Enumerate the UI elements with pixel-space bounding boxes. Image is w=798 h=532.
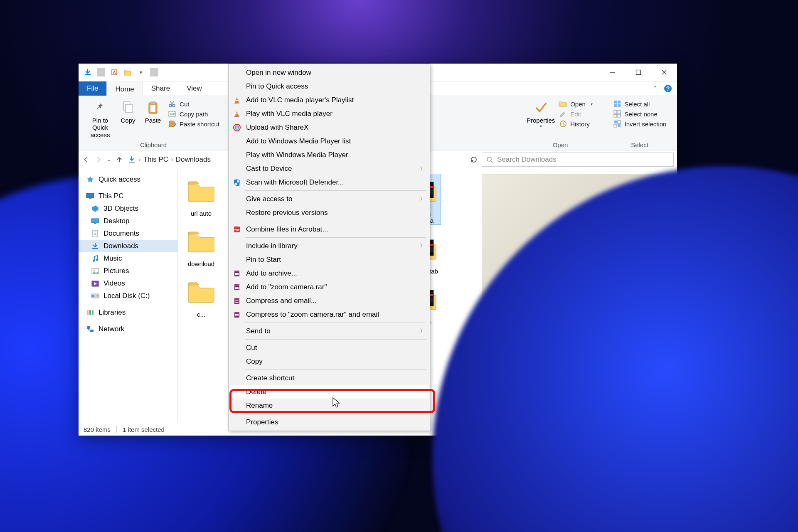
- invert-selection-button[interactable]: Invert selection: [613, 120, 667, 128]
- context-menu-item[interactable]: PDFCombine files in Acrobat...: [229, 222, 429, 236]
- folder-tile[interactable]: download: [184, 224, 219, 267]
- menu-item-icon: [232, 96, 242, 105]
- nav-back-button[interactable]: [82, 155, 90, 164]
- menu-item-label: Add to Windows Media Player list: [246, 137, 351, 145]
- paste-shortcut-button[interactable]: Paste shortcut: [168, 120, 219, 128]
- select-none-button[interactable]: Select none: [613, 110, 667, 118]
- context-menu-item[interactable]: Cast to Device〉: [229, 162, 429, 175]
- sidebar-item[interactable]: 3D Objects: [79, 202, 177, 215]
- breadcrumb-segment[interactable]: This PC: [143, 155, 168, 164]
- sidebar-item[interactable]: Local Disk (C:): [79, 290, 177, 302]
- sidebar-item[interactable]: Music: [79, 252, 177, 265]
- context-menu-item[interactable]: Send to〉: [229, 324, 429, 338]
- menu-item-label: Properties: [246, 418, 278, 426]
- sidebar-this-pc[interactable]: This PC: [79, 190, 177, 202]
- context-menu-item[interactable]: Add to archive...: [229, 266, 429, 280]
- minimize-button[interactable]: [600, 64, 626, 81]
- svg-rect-16: [618, 101, 621, 103]
- properties-button[interactable]: Properties▾: [525, 98, 556, 129]
- context-menu-item[interactable]: Play with Windows Media Player: [229, 148, 429, 162]
- svg-rect-75: [234, 284, 239, 286]
- help-icon[interactable]: ?: [664, 84, 672, 93]
- sidebar-item[interactable]: Videos: [79, 277, 177, 290]
- monitor-icon: [86, 192, 94, 200]
- context-menu-item[interactable]: Pin to Quick access: [229, 79, 429, 93]
- context-menu-item[interactable]: Create shortcut: [229, 371, 429, 385]
- group-label: Open: [553, 141, 568, 148]
- refresh-button[interactable]: [470, 156, 478, 163]
- sidebar-item-icon: [91, 267, 99, 275]
- search-box[interactable]: Search Downloads: [482, 153, 674, 167]
- sidebar-item-label: Local Disk (C:): [103, 292, 150, 300]
- context-menu-item[interactable]: Properties: [229, 415, 429, 429]
- tab-home[interactable]: Home: [106, 82, 143, 96]
- copy-button[interactable]: Copy: [116, 98, 140, 124]
- sidebar-item[interactable]: Desktop: [79, 215, 177, 227]
- select-none-icon: [613, 110, 621, 118]
- sidebar-item[interactable]: Documents: [79, 227, 177, 240]
- sidebar-network[interactable]: Network: [79, 323, 177, 335]
- context-menu-item[interactable]: Scan with Microsoft Defender...: [229, 175, 429, 189]
- context-menu-item[interactable]: Delete: [229, 385, 429, 399]
- breadcrumb[interactable]: › This PC › Downloads: [128, 155, 211, 164]
- maximize-button[interactable]: [626, 64, 651, 81]
- tab-file[interactable]: File: [79, 81, 106, 96]
- nav-forward-button[interactable]: [94, 155, 103, 164]
- context-menu-item[interactable]: Include in library〉: [229, 239, 429, 253]
- edit-button[interactable]: Edit: [559, 110, 593, 118]
- tab-view[interactable]: View: [178, 81, 210, 96]
- menu-item-label: Upload with ShareX: [246, 123, 308, 132]
- folder-tile[interactable]: c...: [184, 275, 219, 318]
- open-button[interactable]: Open▾: [559, 100, 593, 108]
- menu-item-icon: [232, 137, 242, 146]
- menu-item-icon: [232, 208, 242, 217]
- history-button[interactable]: History: [559, 120, 593, 128]
- context-menu[interactable]: Open in new windowPin to Quick accessAdd…: [228, 64, 430, 431]
- nav-recent-button[interactable]: ⌄: [107, 157, 111, 163]
- context-menu-item[interactable]: Rename: [229, 399, 429, 412]
- sidebar-item-label: Videos: [103, 279, 125, 288]
- scissors-icon: [168, 100, 176, 108]
- svg-rect-22: [618, 114, 621, 117]
- paste-button[interactable]: Paste: [140, 98, 165, 124]
- tab-share[interactable]: Share: [143, 81, 178, 96]
- menu-item-icon: [232, 296, 242, 305]
- context-menu-item[interactable]: Cut: [229, 341, 429, 355]
- select-all-button[interactable]: Select all: [613, 100, 667, 108]
- context-menu-item[interactable]: Add to "zoom camera.rar": [229, 280, 429, 294]
- close-button[interactable]: [651, 64, 677, 81]
- sidebar-item[interactable]: Pictures: [79, 265, 177, 277]
- context-menu-item[interactable]: Upload with ShareX: [229, 121, 429, 134]
- menu-item-label: Send to: [246, 327, 271, 335]
- pin-to-quick-access-button[interactable]: Pin to Quick access: [85, 98, 116, 138]
- cut-button[interactable]: Cut: [168, 100, 219, 108]
- context-menu-item[interactable]: Compress to "zoom camera.rar" and email: [229, 308, 429, 321]
- context-menu-item[interactable]: Give access to〉: [229, 192, 429, 206]
- view-large-icons-button[interactable]: [660, 424, 672, 434]
- context-menu-item[interactable]: Open in new window: [229, 66, 429, 79]
- context-menu-item[interactable]: Pin to Start: [229, 253, 429, 266]
- copy-path-button[interactable]: ABCCopy path: [168, 110, 219, 118]
- sidebar-quick-access[interactable]: Quick access: [79, 173, 177, 186]
- breadcrumb-segment[interactable]: Downloads: [176, 155, 211, 164]
- navigation-pane[interactable]: Quick access This PC 3D ObjectsDesktopDo…: [79, 169, 178, 423]
- context-menu-item[interactable]: Add to VLC media player's Playlist: [229, 93, 429, 107]
- sidebar-item[interactable]: Downloads: [79, 240, 177, 252]
- collapse-ribbon-icon[interactable]: ⌃: [653, 85, 658, 92]
- context-menu-item[interactable]: Copy: [229, 355, 429, 368]
- view-details-button[interactable]: [646, 424, 658, 434]
- svg-rect-31: [94, 223, 96, 224]
- svg-rect-77: [235, 288, 239, 289]
- context-menu-item[interactable]: Play with VLC media player: [229, 107, 429, 121]
- folder-tile[interactable]: url auto: [184, 174, 219, 217]
- context-menu-item[interactable]: Restore previous versions: [229, 206, 429, 219]
- search-placeholder: Search Downloads: [497, 155, 557, 164]
- menu-item-label: Combine files in Acrobat...: [246, 225, 328, 234]
- properties-icon[interactable]: [110, 68, 118, 76]
- star-icon: [86, 176, 94, 183]
- sidebar-libraries[interactable]: Libraries: [79, 306, 177, 319]
- context-menu-item[interactable]: Compress and email...: [229, 294, 429, 308]
- dropdown-icon[interactable]: ▾: [137, 68, 145, 76]
- context-menu-item[interactable]: Add to Windows Media Player list: [229, 134, 429, 148]
- folder-icon[interactable]: [123, 68, 132, 76]
